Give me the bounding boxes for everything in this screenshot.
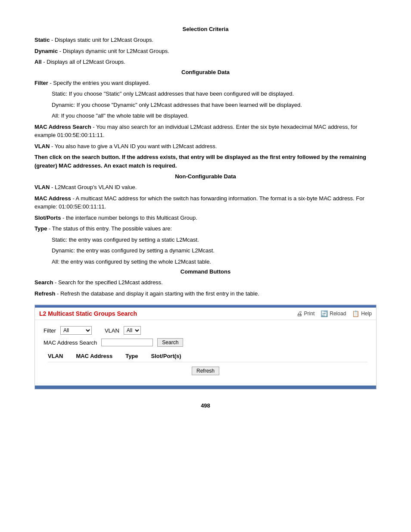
type-dynamic-label: Dynamic <box>52 247 74 254</box>
mac-address-nc-label: MAC Address <box>34 195 71 202</box>
slot-ports-label: Slot/Ports <box>34 215 61 221</box>
type-all-para: All: the entry was configured by setting… <box>52 258 377 266</box>
print-button[interactable]: 🖨 Print <box>296 310 315 317</box>
mac-search-input[interactable] <box>101 339 153 346</box>
mac-address-search-para: MAC Address Search - You may also search… <box>34 123 377 140</box>
configurable-data-heading: Configurable Data <box>34 69 377 75</box>
print-label: Print <box>304 311 315 317</box>
help-button[interactable]: 📋 Help <box>352 310 372 317</box>
filter-dynamic-para: Dynamic: If you choose "Dynamic" only L2… <box>52 101 377 109</box>
refresh-cmd-desc: - Refresh the database and display it ag… <box>55 290 259 297</box>
vlan-nc-para: VLAN - L2Mcast Group's VLAN ID value. <box>34 183 377 192</box>
refresh-cmd-para: Refresh - Refresh the database and displ… <box>34 289 377 298</box>
then-click-text: Then click on the search button. If the … <box>34 153 377 170</box>
search-cmd-para: Search - Search for the specified L2Mcas… <box>34 278 377 287</box>
type-desc: - The status of this entry. The possible… <box>47 225 172 232</box>
mac-address-nc-para: MAC Address - A multicast MAC address fo… <box>34 194 377 211</box>
dynamic-para: Dynamic - Displays dynamic unit for L2Mc… <box>34 47 377 56</box>
type-all-desc: : the entry was configured by setting th… <box>58 258 211 265</box>
refresh-row: Refresh <box>44 362 367 380</box>
filter-para: Filter - Specify the entries you want di… <box>34 79 377 87</box>
vlan-para: VLAN - You also have to give a VLAN ID y… <box>34 142 377 151</box>
static-desc: - Displays static unit for L2Mcast Group… <box>50 37 153 43</box>
vlan-desc: - You also have to give a VLAN ID you wa… <box>50 143 217 149</box>
search-button[interactable]: Search <box>157 338 183 347</box>
type-static-para: Static: the entry was configured by sett… <box>52 236 377 244</box>
help-icon: 📋 <box>352 310 359 317</box>
filter-label: Filter <box>34 80 48 86</box>
type-static-desc: : the entry was configured by setting a … <box>66 236 199 243</box>
vlan-label: VLAN <box>34 143 50 149</box>
col-mac: MAC Address <box>76 353 112 359</box>
table-header-row: VLAN MAC Address Type Slot/Port(s) <box>48 350 367 362</box>
widget-title: L2 Multicast Static Groups Search <box>39 310 296 317</box>
filter-dynamic-label: Dynamic <box>52 102 74 108</box>
vlan-nc-desc: - L2Mcast Group's VLAN ID value. <box>50 184 137 190</box>
type-dynamic-para: Dynamic: the entry was configured by set… <box>52 246 377 255</box>
mac-address-nc-desc: - A multicast MAC address for which the … <box>34 195 364 210</box>
help-label: Help <box>361 311 372 317</box>
filter-static-para: Static: If you choose "Static" only L2Mc… <box>52 90 377 98</box>
type-label: Type <box>34 225 47 232</box>
widget-body: Filter All Static Dynamic VLAN All MAC A… <box>35 320 376 386</box>
filter-all-label: All <box>52 112 58 119</box>
dynamic-label: Dynamic <box>34 48 58 54</box>
widget-actions: 🖨 Print 🔄 Reload 📋 Help <box>296 310 372 317</box>
filter-select[interactable]: All Static Dynamic <box>60 326 92 335</box>
type-static-label: Static <box>52 236 66 243</box>
col-type: Type <box>125 353 138 359</box>
widget-header: L2 Multicast Static Groups Search 🖨 Prin… <box>35 308 376 320</box>
widget-footer-bar <box>35 386 376 389</box>
col-vlan: VLAN <box>48 353 63 359</box>
filter-static-label: Static <box>52 90 66 97</box>
filter-row: Filter All Static Dynamic VLAN All <box>44 326 367 335</box>
mac-search-form-label: MAC Address Search <box>44 339 97 346</box>
slot-ports-desc: - the interface number belongs to this M… <box>61 215 197 221</box>
page-number: 498 <box>34 402 377 409</box>
refresh-cmd-label: Refresh <box>34 290 55 297</box>
vlan-select[interactable]: All <box>124 326 141 335</box>
mac-search-row: MAC Address Search Search <box>44 338 367 347</box>
search-cmd-desc: - Search for the specified L2Mcast addre… <box>53 279 162 286</box>
command-buttons-heading: Command Buttons <box>34 268 377 275</box>
dynamic-desc: - Displays dynamic unit for L2Mcast Grou… <box>58 48 169 54</box>
filter-all-para: All: If you choose "all" the whole table… <box>52 112 377 120</box>
reload-icon: 🔄 <box>321 310 328 317</box>
filter-static-desc: : If you choose "Static" only L2Mcast ad… <box>66 90 294 97</box>
static-label: Static <box>34 37 50 43</box>
filter-form-label: Filter <box>44 327 56 334</box>
filter-dynamic-desc: : If you choose "Dynamic" only L2Mcast a… <box>74 102 302 108</box>
all-para: All - Displays all of L2Mcast Groups. <box>34 58 377 66</box>
filter-all-desc: : If you choose "all" the whole table wi… <box>58 112 188 119</box>
slot-ports-para: Slot/Ports - the interface number belong… <box>34 214 377 222</box>
selection-criteria-heading: Selection Criteria <box>34 26 377 32</box>
all-label: All <box>34 59 42 65</box>
vlan-nc-label: VLAN <box>34 184 50 190</box>
type-dynamic-desc: : the entry was configured by setting a … <box>74 247 215 254</box>
reload-button[interactable]: 🔄 Reload <box>321 310 346 317</box>
all-desc: - Displays all of L2Mcast Groups. <box>42 59 125 65</box>
vlan-form-label: VLAN <box>105 327 119 334</box>
type-para: Type - The status of this entry. The pos… <box>34 224 377 233</box>
static-para: Static - Displays static unit for L2Mcas… <box>34 36 377 44</box>
widget-container: L2 Multicast Static Groups Search 🖨 Prin… <box>34 305 377 389</box>
mac-address-search-label: MAC Address Search <box>34 124 91 130</box>
reload-label: Reload <box>330 311 346 317</box>
refresh-button[interactable]: Refresh <box>192 367 219 375</box>
type-all-label: All <box>52 258 58 265</box>
col-slot: Slot/Port(s) <box>151 353 181 359</box>
print-icon: 🖨 <box>296 310 302 317</box>
filter-desc: - Specify the entries you want displayed… <box>48 80 150 86</box>
search-cmd-label: Search <box>34 279 53 286</box>
non-configurable-heading: Non-Configurable Data <box>34 173 377 180</box>
